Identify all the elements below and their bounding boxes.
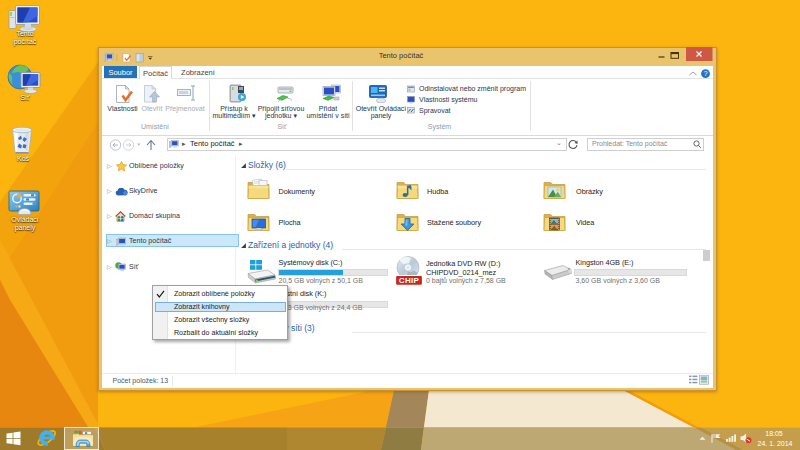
svg-text:?: ? bbox=[703, 69, 707, 78]
svg-text:CHIP: CHIP bbox=[399, 276, 420, 285]
